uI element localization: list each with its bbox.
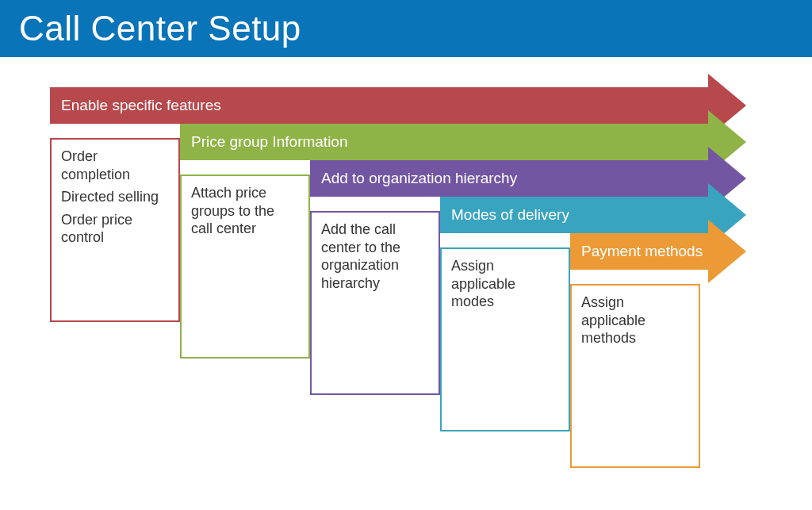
step-arrow-5: Payment methods xyxy=(570,233,748,270)
step-item: Assign applicable modes xyxy=(451,257,559,311)
step-item: Assign applicable methods xyxy=(581,293,689,347)
page-title: Call Center Setup xyxy=(19,9,301,48)
step-arrow-1: Enable specific features xyxy=(50,87,748,124)
step-item: Attach price groups to the call center xyxy=(191,184,299,238)
step-label-3: Add to organization hierarchy xyxy=(310,160,708,197)
step-item: Order price control xyxy=(61,211,169,247)
diagram-canvas: Call Center Setup Enable specific featur… xyxy=(0,0,812,510)
step-details-3: Add the call center to the organization … xyxy=(310,211,440,395)
step-item: Add the call center to the organization … xyxy=(321,220,429,292)
step-details-4: Assign applicable modes xyxy=(440,247,570,431)
step-details-1: Order completion Directed selling Order … xyxy=(50,138,180,322)
step-item: Directed selling xyxy=(61,188,169,206)
step-label-2: Price group Information xyxy=(180,124,708,160)
step-label-1: Enable specific features xyxy=(50,87,708,124)
step-details-5: Assign applicable methods xyxy=(570,284,700,468)
step-details-2: Attach price groups to the call center xyxy=(180,174,310,359)
arrow-head-icon xyxy=(708,220,746,283)
step-label-4: Modes of delivery xyxy=(440,197,708,233)
step-item: Order completion xyxy=(61,148,169,183)
step-label-5: Payment methods xyxy=(570,233,708,270)
step-arrow-2: Price group Information xyxy=(180,124,748,160)
step-arrow-3: Add to organization hierarchy xyxy=(310,160,748,197)
title-bar: Call Center Setup xyxy=(0,0,812,57)
step-arrow-4: Modes of delivery xyxy=(440,197,748,233)
